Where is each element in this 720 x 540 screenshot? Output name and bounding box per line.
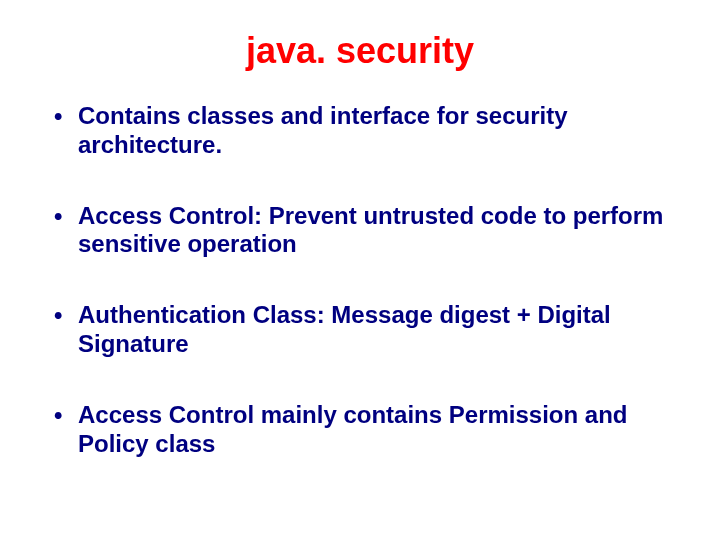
bullet-item: Contains classes and interface for secur… xyxy=(50,102,670,160)
bullet-item: Authentication Class: Message digest + D… xyxy=(50,301,670,359)
bullet-list: Contains classes and interface for secur… xyxy=(50,102,670,458)
slide: java. security Contains classes and inte… xyxy=(0,0,720,540)
bullet-item: Access Control: Prevent untrusted code t… xyxy=(50,202,670,260)
slide-title: java. security xyxy=(50,30,670,72)
bullet-item: Access Control mainly contains Permissio… xyxy=(50,401,670,459)
